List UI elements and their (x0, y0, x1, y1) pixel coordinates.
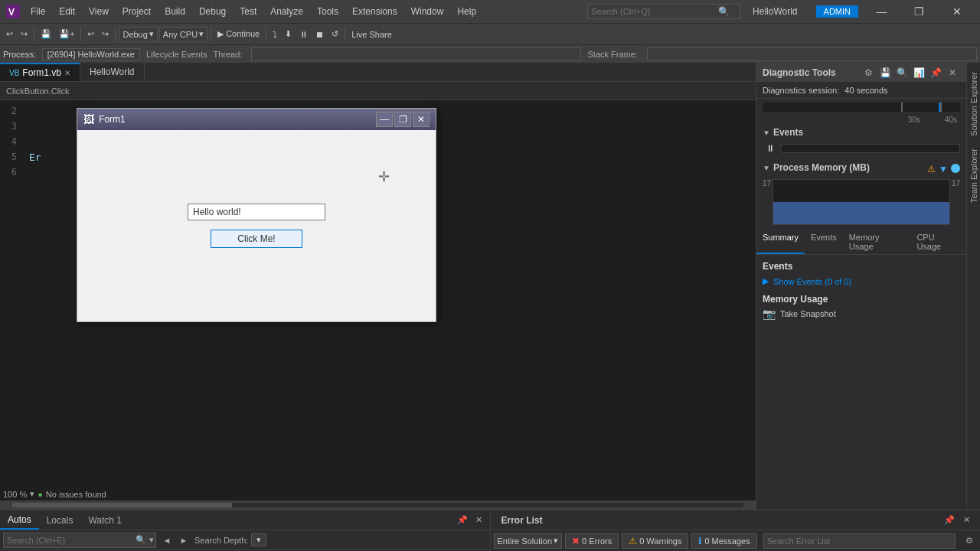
pause-events-button[interactable]: ⏸ (763, 141, 778, 156)
chevron-down-icon-2: ▾ (199, 29, 204, 39)
error-search-input[interactable] (764, 536, 955, 546)
stack-frame-dropdown[interactable] (647, 47, 977, 61)
error-close-icon[interactable]: ✕ (959, 513, 974, 528)
bottom-close-icon[interactable]: ✕ (472, 513, 487, 528)
line-num-6: 6 (0, 167, 23, 178)
close-button[interactable]: ✕ (939, 0, 974, 23)
show-events-link[interactable]: Show Events (0 of 0) (773, 277, 851, 286)
diag-search-icon[interactable]: 🔍 (894, 65, 910, 80)
errors-badge[interactable]: ✖ 0 Errors (565, 533, 619, 549)
live-share-button[interactable]: Live Share (348, 28, 395, 41)
error-search[interactable] (763, 533, 956, 549)
menu-extensions[interactable]: Extensions (346, 5, 403, 18)
back-nav-button[interactable]: ◄ (159, 533, 175, 548)
mem-down-icon: ▼ (939, 164, 948, 174)
memory-usage-title: Memory Usage (756, 291, 966, 306)
events-collapse-arrow[interactable]: ▼ (763, 129, 770, 137)
tab-autos[interactable]: Autos (0, 511, 39, 530)
redo-button[interactable]: ↪ (99, 28, 112, 41)
diag-chart-icon[interactable]: 📊 (911, 65, 926, 80)
pause-button[interactable]: ⏸ (296, 28, 311, 41)
error-filter-dropdown[interactable]: Entire Solution ▾ (494, 533, 563, 549)
warnings-badge[interactable]: ⚠ 0 Warnings (622, 533, 688, 549)
menu-analyze[interactable]: Analyze (264, 5, 309, 18)
tab-helloworld[interactable]: HelloWorld (80, 63, 144, 81)
tab-cpu-usage[interactable]: CPU Usage (910, 230, 966, 254)
error-pin-icon[interactable]: 📌 (942, 513, 957, 528)
tab-summary[interactable]: Summary (756, 230, 805, 254)
floating-form-window[interactable]: 🖼 Form1 — ❐ ✕ ✛ Click Me! (77, 108, 436, 322)
window-title: HelloWorld (753, 6, 797, 17)
bottom-left-panel: Autos Locals Watch 1 📌 ✕ 🔍 ▾ ◄ ► (0, 510, 491, 551)
lifecycle-events-button[interactable]: Lifecycle Events (146, 50, 207, 59)
restart-button[interactable]: ↺ (328, 28, 341, 41)
menu-tools[interactable]: Tools (311, 5, 345, 18)
thread-dropdown[interactable] (251, 47, 581, 61)
diag-pin-icon[interactable]: 📌 (928, 65, 943, 80)
title-search-input[interactable] (588, 7, 718, 16)
mem-collapse-arrow[interactable]: ▼ (763, 164, 770, 172)
error-settings-icon[interactable]: ⚙ (962, 533, 977, 549)
close-tab-icon[interactable]: ✕ (64, 69, 70, 77)
floating-form-title-bar[interactable]: 🖼 Form1 — ❐ ✕ (77, 109, 436, 130)
tab-memory-usage[interactable]: Memory Usage (843, 230, 911, 254)
bottom-right-panel: Error List 📌 ✕ Entire Solution ▾ ✖ 0 Err… (491, 510, 981, 551)
hello-world-textbox[interactable] (188, 204, 325, 220)
bottom-pin-icon[interactable]: 📌 (455, 513, 470, 528)
tab-events[interactable]: Events (805, 230, 843, 254)
save-all-button[interactable]: 💾+ (56, 28, 77, 41)
maximize-button[interactable]: ❐ (902, 0, 936, 23)
solution-explorer-tab[interactable]: Solution Explorer (968, 66, 980, 142)
tab-watch1[interactable]: Watch 1 (80, 512, 129, 529)
diag-settings-icon[interactable]: ⚙ (861, 65, 876, 80)
save-button[interactable]: 💾 (38, 28, 54, 41)
forward-button[interactable]: ↪ (18, 28, 31, 41)
menu-project[interactable]: Project (116, 5, 157, 18)
messages-badge[interactable]: ℹ 0 Messages (691, 533, 756, 549)
forward-nav-button[interactable]: ► (176, 533, 191, 548)
diag-save-icon[interactable]: 💾 (877, 65, 893, 80)
warnings-count: 0 Warnings (639, 536, 681, 546)
diag-close-icon[interactable]: ✕ (945, 65, 960, 80)
depth-value[interactable]: ▾ (251, 533, 266, 546)
menu-view[interactable]: View (83, 5, 115, 18)
no-issues-text: No issues found (46, 490, 106, 499)
form-close-button[interactable]: ✕ (413, 112, 430, 127)
bottom-left-tabs: Autos Locals Watch 1 📌 ✕ (0, 510, 490, 530)
editor-scrollbar[interactable] (0, 500, 756, 510)
undo-button[interactable]: ↩ (84, 28, 97, 41)
process-value[interactable]: [26904] HelloWorld.exe (42, 48, 140, 60)
continue-button[interactable]: ▶ Continue (214, 28, 263, 41)
form-window-controls: — ❐ ✕ (376, 112, 430, 127)
step-into-button[interactable]: ⬇ (282, 28, 295, 41)
autos-search-input[interactable] (4, 536, 134, 545)
timeline-marker-30s (901, 103, 903, 112)
step-over-button[interactable]: ⤵ (270, 28, 280, 41)
messages-count: 0 Messages (704, 536, 750, 546)
session-value: 40 seconds (844, 86, 887, 95)
minimize-button[interactable]: — (864, 0, 899, 23)
form-maximize-button[interactable]: ❐ (394, 112, 411, 127)
menu-file[interactable]: File (24, 5, 51, 18)
admin-button[interactable]: ADMIN (816, 5, 858, 18)
menu-debug[interactable]: Debug (193, 5, 232, 18)
menu-help[interactable]: Help (451, 5, 482, 18)
menu-window[interactable]: Window (405, 5, 450, 18)
team-explorer-tab[interactable]: Team Explorer (968, 142, 980, 209)
form-minimize-button[interactable]: — (376, 112, 393, 127)
click-me-button[interactable]: Click Me! (211, 230, 302, 248)
take-snapshot-button[interactable]: Take Snapshot (780, 309, 836, 318)
stop-button[interactable]: ⏹ (312, 28, 327, 41)
search-options-icon[interactable]: ▾ (148, 535, 155, 545)
menu-build[interactable]: Build (158, 5, 191, 18)
platform-dropdown[interactable]: Any CPU ▾ (159, 27, 207, 42)
back-button[interactable]: ↩ (3, 28, 16, 41)
debug-mode-dropdown[interactable]: Debug ▾ (119, 27, 157, 42)
tab-locals[interactable]: Locals (39, 512, 81, 529)
title-search[interactable]: 🔍 (587, 4, 740, 19)
toolbar-separator-5 (266, 28, 266, 41)
menu-test[interactable]: Test (234, 5, 263, 18)
tab-form1-vb[interactable]: VB Form1.vb ✕ (0, 63, 80, 81)
menu-edit[interactable]: Edit (53, 5, 81, 18)
autos-search[interactable]: 🔍 ▾ (3, 533, 156, 548)
